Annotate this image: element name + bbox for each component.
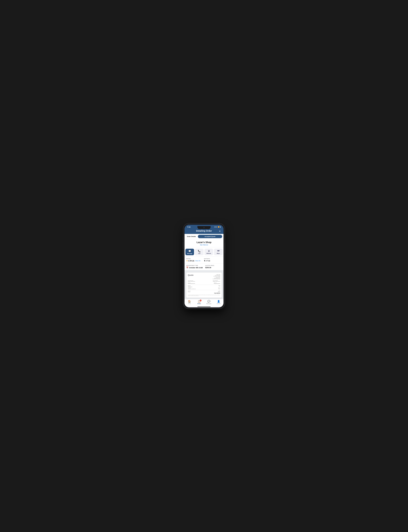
account-icon: 👤 [217,300,220,303]
total-fee-value: $0.00 [219,291,220,291]
call-button[interactable]: 📞 Call [195,249,204,255]
nav-orders[interactable]: 📋 5 Orders [194,300,204,304]
orders-badge: 5 [200,300,202,301]
website-icon: 🖥 [208,250,210,252]
maps-icon: 🗺 [217,250,220,252]
nav-account[interactable]: 👤 Account [214,300,223,304]
order-id-block: Order ID OD-20220000000001 [214,283,220,284]
quote-ids: Quote ID QU09092302362362362 Order ID OD… [188,283,220,284]
nav-messages[interactable]: 💬 Messages [204,300,214,304]
content-area: Lazar's Shop San Marcos 💬 Message 📞 Call… [185,239,223,299]
total-fee-label: Total Fee [188,291,191,291]
quote-submit-value: October 8, 2023 4:00 Pm [213,281,220,282]
quote-appt-value: October 9, 2023 8:00 Am [188,281,195,282]
call-icon: 📞 [198,250,201,252]
appointment-label: APPOINTMENT TIME [186,265,203,266]
quote-doc-title: Quote [188,274,194,279]
message-button[interactable]: 💬 Message [185,249,194,255]
modal-title: Detailing Order [196,230,212,232]
distance-icon: ⇅ [204,260,205,262]
tab-bar: Order Details Accepted Quote [185,234,223,239]
quote-meta: Appointment Time October 9, 2023 8:00 Am… [188,280,220,282]
appointment-value: 📅 October 9th 8 AM [186,267,203,269]
quote-submit-meta: Quote Submitted October 8, 2023 4:00 Pm [213,280,220,282]
quote-service-row: Full Restoration [188,286,220,287]
service-name-3: Upholstery & Leather Care [188,289,196,289]
website-label: Website [206,253,211,254]
calendar-icon: 📅 [186,267,188,269]
quote-totals: Total Fee $0.00 Subtotal $255.00 Total $… [188,290,220,294]
subtotal-row: Subtotal $255.00 [188,292,220,292]
service-name-2: Car Wash [188,287,191,288]
quote-service-row-2: Car Wash $20.00 [188,287,220,288]
subtotal-value: $255.00 [218,292,220,292]
rating-number: 2.3/5 (3) [188,260,194,262]
services-col-label: Services [188,286,191,286]
quote-note: This quote was calculated and submitted … [188,295,220,296]
quote-shop-phone: (760) 000-0000 [213,277,220,278]
bottom-nav: 🏠 Home 📋 5 Orders 💬 Messages 👤 Accou [185,299,223,306]
rating-section: RATING ★ 2.3/5 (3) View All › [186,258,204,262]
home-label: Home [188,303,191,304]
messages-label: Messages [206,303,212,304]
distance-value: ⇅ <7 mi [204,260,222,262]
messages-icon: 💬 [207,300,210,303]
message-icon: 💬 [188,250,191,252]
quote-document: Quote Lazar's Shop 742 W Mission RdSan M… [186,272,222,298]
service-price-3: $0.24 [219,289,220,289]
account-label: Account [217,303,221,304]
website-button[interactable]: 🖥 Website [204,249,213,255]
nav-home[interactable]: 🏠 Home [185,300,194,304]
quote-service-row-3: Upholstery & Leather Care $0.24 [188,289,220,289]
rating-label: RATING [186,258,204,259]
shop-info: Lazar's Shop San Marcos [185,239,223,247]
close-button[interactable]: ✕ [218,230,221,233]
orders-label: Orders [197,303,201,304]
signal-icon: ●●●● [214,226,217,228]
rating-value: ★ 2.3/5 (3) View All › [186,260,204,262]
subtotal-label: Subtotal [188,292,190,292]
home-icon: 🏠 [188,300,191,303]
appointment-section: APPOINTMENT TIME 📅 October 9th 8 AM QUOT… [185,263,223,270]
quote-shop-name: Lazar's Shop [213,274,220,275]
service-price-2: $20.00 [218,287,220,288]
view-all-link[interactable]: View All › [195,260,201,262]
call-label: Call [198,253,200,254]
quote-id-value: QU09092302362362362 [188,283,195,284]
modal-header: Detailing Order ✕ [185,229,223,234]
quote-services-header: Services Price [188,286,220,286]
quote-appt-meta: Appointment Time October 9, 2023 8:00 Am [188,280,195,282]
message-label: Message [187,253,192,254]
quote-id-block: Quote ID QU09092302362362362 [188,283,195,284]
status-icons: ●●●● 📶 ▮ [214,226,221,228]
orders-icon: 📋 5 [198,300,201,303]
quoted-price-value: $255.00 [205,267,214,269]
quote-shop-info: Lazar's Shop 742 W Mission RdSan Marcos,… [213,274,220,279]
quote-shop-address: 742 W Mission RdSan Marcos, Ca 92069 [213,275,220,277]
maps-button[interactable]: 🗺 Maps [214,249,223,255]
quote-shop-id: Tax: 94876574828374628 [213,278,220,279]
quoted-price-label: QUOTED PRICE [205,265,214,266]
home-indicator [197,306,211,307]
info-grid: RATING ★ 2.3/5 (3) View All › DISTANCE ⇅… [185,257,223,263]
tab-order-details[interactable]: Order Details [186,235,197,238]
status-time: 7:44 [187,226,190,228]
star-icon: ★ [186,260,188,262]
grand-total-value: $255.00 [217,293,220,294]
quoted-price-block: QUOTED PRICE $255.00 [205,265,214,269]
wifi-icon: 📶 [218,226,220,228]
shop-name: Lazar's Shop [187,241,221,244]
maps-label: Maps [217,253,220,254]
tab-accepted-quote[interactable]: Accepted Quote [198,235,222,238]
shop-location[interactable]: San Marcos [187,244,221,246]
service-name-1: Full Restoration [188,286,192,287]
action-buttons: 💬 Message 📞 Call 🖥 Website 🗺 Maps [185,247,223,257]
distance-section: DISTANCE ⇅ <7 mi [204,258,222,262]
quote-section: Quote Lazar's Shop 742 W Mission RdSan M… [185,270,223,299]
distance-label: DISTANCE [204,258,222,259]
order-id-value: OD-20220000000001 [214,283,220,284]
grand-total-label: Total [214,293,217,294]
battery-icon: ▮ [220,226,221,228]
distance-number: <7 mi [206,260,210,262]
grand-total: Total $255.00 [188,293,220,294]
